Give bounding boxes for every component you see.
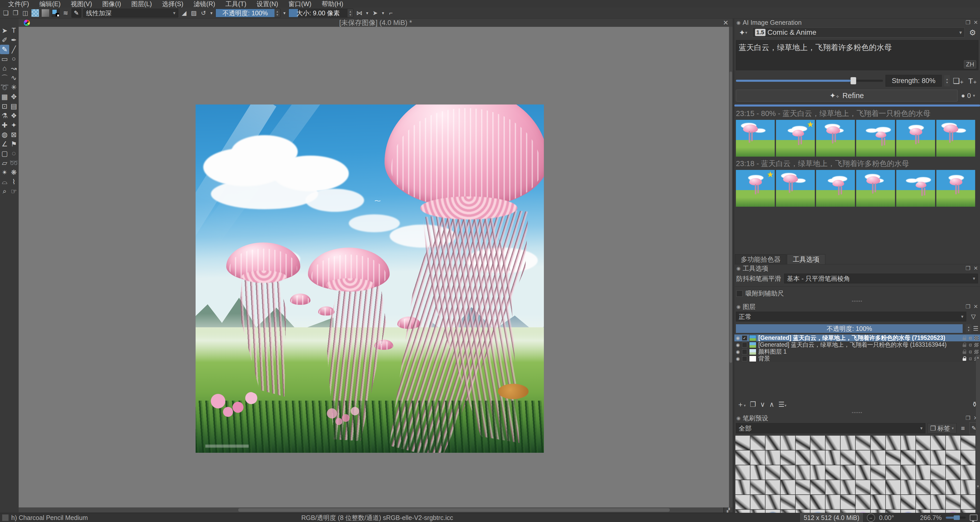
layer-unlocked-icon[interactable] (963, 351, 966, 354)
generated-image-thumbnail[interactable] (856, 120, 895, 156)
ellipse-select-tool[interactable]: ◌ (9, 149, 18, 158)
layer-row-1[interactable]: ◉[Generated] 蓝天白云，绿草地上，飞翔着一只粉色的水母 (16331… (734, 342, 980, 348)
brush-preset-tile[interactable] (795, 436, 810, 450)
brush-preset-tile[interactable] (886, 495, 900, 509)
scroll-up-icon[interactable]: ▲ (977, 355, 980, 359)
rectangle-tool[interactable]: ▭ (0, 54, 9, 64)
transform-tool[interactable]: ▦ (0, 92, 9, 101)
calligraphy-tool[interactable]: ✒ (9, 35, 18, 45)
brush-preset-tile[interactable] (781, 480, 795, 495)
display-mode-icon[interactable]: ≡ (959, 423, 967, 434)
brush-preset-tile[interactable] (856, 495, 870, 509)
zoom-slider-handle[interactable] (954, 516, 960, 520)
ai-workspace-button[interactable]: ✦▾ (736, 27, 750, 38)
crop-tool[interactable]: ⊡ (0, 101, 9, 111)
reload-preset-icon[interactable]: ↺ (200, 9, 207, 17)
brush-preset-tile[interactable] (781, 450, 795, 465)
freehand-brush-tool[interactable]: ✎ (0, 45, 9, 54)
layer-visibility-eye-icon[interactable]: ◉ (736, 342, 740, 348)
brush-preset-tile[interactable] (931, 450, 945, 465)
layer-alpha-icon[interactable]: α (969, 356, 972, 362)
brush-tag-filter-combo[interactable]: 全部 ▾ (736, 423, 925, 433)
smoothing-combo[interactable]: 基本 - 只平滑笔画棱角 ▾ (784, 274, 978, 283)
layer-visibility-eye-icon[interactable]: ◉ (736, 349, 740, 354)
opacity-slider[interactable]: 不透明度: 100% ▴▾ (215, 9, 280, 18)
tab-tool-options[interactable]: 工具选项 (787, 254, 825, 264)
brush-preset-tile[interactable] (871, 495, 885, 509)
brush-preset-tile[interactable] (795, 465, 810, 480)
select-shapes-tool[interactable]: ➤ (0, 26, 9, 35)
layer-select-checkbox[interactable] (742, 356, 747, 361)
scrollbar-handle[interactable] (730, 72, 732, 363)
brush-preset-tile[interactable] (810, 436, 825, 450)
brush-preset-tile[interactable] (781, 465, 795, 480)
brush-preset-tile[interactable] (871, 465, 885, 480)
brush-preset-tile[interactable] (826, 450, 840, 465)
layer-thumbnail[interactable] (749, 342, 756, 348)
layer-unlocked-icon[interactable] (963, 345, 966, 347)
chevron-down-icon[interactable]: ▾ (365, 9, 369, 17)
zoom-slider[interactable] (946, 517, 966, 519)
brush-preset-tile[interactable] (961, 436, 975, 450)
line-tool[interactable]: ╱ (9, 45, 18, 54)
menu-item-0[interactable]: 文件(F) (3, 0, 34, 8)
reference-images-tool[interactable]: ⚑ (9, 139, 18, 149)
brush-preset-tile[interactable] (916, 495, 931, 509)
chevron-down-icon[interactable]: ▾ (381, 9, 385, 17)
docker-splitter[interactable]: ▪▪▪▪▪▪ (734, 299, 980, 303)
generated-image-thumbnail[interactable] (736, 120, 775, 156)
pattern-edit-tool[interactable]: ❖ (9, 111, 18, 120)
layer-options-menu-icon[interactable]: ☰ (973, 325, 978, 332)
enclose-fill-tool[interactable]: ◍ (0, 130, 9, 139)
brush-preset-tile[interactable] (916, 450, 931, 465)
prompt-textarea[interactable]: 蓝天白云，绿草地上，飞翔着许多粉色的水母 ZH (736, 40, 978, 70)
layer-alpha-icon[interactable]: α (969, 342, 972, 348)
menu-item-2[interactable]: 视图(V) (66, 0, 97, 8)
brush-preset-tile[interactable] (916, 465, 931, 480)
brush-preset-tile[interactable] (765, 480, 780, 495)
prompt-language-badge[interactable]: ZH (964, 60, 976, 69)
brush-preset-tile[interactable] (751, 436, 765, 450)
gradient-chooser[interactable] (41, 9, 49, 17)
brush-preset-tile[interactable] (856, 450, 870, 465)
brush-preset-tile[interactable] (946, 480, 960, 495)
generated-image-thumbnail[interactable] (896, 170, 935, 207)
generated-image-thumbnail[interactable] (776, 170, 815, 207)
brush-preset-tile[interactable] (946, 465, 960, 480)
measure-tool[interactable]: ∠ (0, 139, 9, 149)
scrollbar-corner-button[interactable]: ▞ (724, 508, 733, 512)
float-docker-icon[interactable]: ❐ (966, 303, 970, 310)
layer-opacity-slider[interactable]: 不透明度: 100% (736, 324, 963, 333)
strength-slider-handle[interactable] (851, 77, 856, 84)
brush-preset-tile[interactable] (901, 450, 915, 465)
brush-preset-tile[interactable] (795, 450, 810, 465)
brush-preset-tile[interactable] (856, 436, 870, 450)
move-layer-up-button[interactable]: ∧ (769, 401, 775, 409)
brush-preset-tile[interactable] (946, 450, 960, 465)
brush-preset-tile[interactable] (901, 465, 915, 480)
color-picker-tool[interactable]: ⚗ (0, 111, 9, 120)
layer-thumbnail[interactable] (749, 335, 756, 341)
strength-spinbox[interactable]: Strength: 80% (886, 75, 942, 86)
layers-docker-header[interactable]: ◉ 图层 ❐ ✕ (734, 303, 980, 310)
move-tool[interactable]: ✥ (9, 92, 18, 101)
brush-preset-tile[interactable] (751, 465, 765, 480)
new-document-icon[interactable]: ❏ (2, 9, 10, 17)
brush-preset-tile[interactable] (841, 495, 855, 509)
snap-to-assistants-checkbox[interactable] (737, 291, 743, 297)
menu-item-9[interactable]: 窗口(W) (284, 0, 316, 8)
preserve-alpha-icon[interactable]: ▨ (190, 9, 197, 17)
polyline-tool[interactable]: ↝ (9, 64, 18, 73)
layer-visibility-eye-icon[interactable]: ◉ (736, 356, 740, 362)
mirror-horizontal-icon[interactable]: ⋈ (355, 9, 363, 17)
ai-docker-header[interactable]: ◉ AI Image Generation ❐ ✕ (734, 19, 980, 26)
brush-preset-tile[interactable] (735, 480, 750, 495)
layer-select-checkbox[interactable] (742, 349, 747, 354)
docker-splitter[interactable]: ▪▪▪▪▪▪ (734, 410, 980, 414)
generation-queue-indicator[interactable]: ● 0 ▾ (961, 92, 975, 100)
open-document-icon[interactable]: ❐ (12, 9, 19, 17)
ai-settings-gear-icon[interactable]: ⚙ (967, 27, 978, 38)
layer-row-3[interactable]: ◉背景α (734, 355, 980, 362)
canvas-artwork[interactable]: 〜 〜 〜 (196, 104, 544, 453)
brush-preset-tile[interactable] (946, 495, 960, 509)
